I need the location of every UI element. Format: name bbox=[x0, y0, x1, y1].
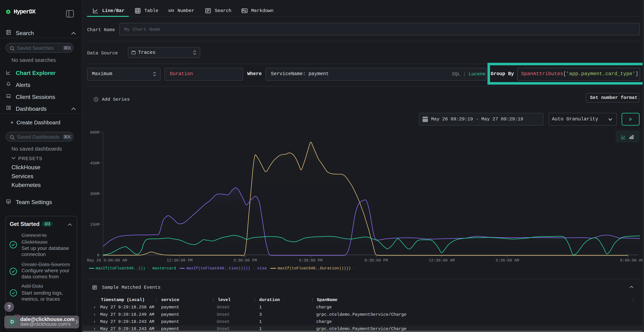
svg-text:150M: 150M bbox=[90, 222, 100, 227]
svg-text:9:00:00 AM: 9:00:00 AM bbox=[620, 258, 644, 263]
svg-text:12:30:00 AM: 12:30:00 AM bbox=[428, 258, 454, 263]
svg-text:300M: 300M bbox=[90, 192, 100, 196]
svg-text:600M: 600M bbox=[90, 130, 100, 135]
svg-text:9:30:00 PM: 9:30:00 PM bbox=[364, 258, 388, 263]
svg-text:450M: 450M bbox=[90, 161, 100, 166]
svg-text:3:30:00 PM: 3:30:00 PM bbox=[233, 258, 257, 263]
svg-text:6:30:00 PM: 6:30:00 PM bbox=[299, 258, 322, 263]
svg-text:3:30:00 AM: 3:30:00 AM bbox=[496, 258, 519, 263]
svg-text:12:30:00 PM: 12:30:00 PM bbox=[166, 258, 192, 263]
svg-text:May 26 9:00:00 AM: May 26 9:00:00 AM bbox=[87, 258, 127, 263]
svg-text:0: 0 bbox=[97, 253, 100, 258]
